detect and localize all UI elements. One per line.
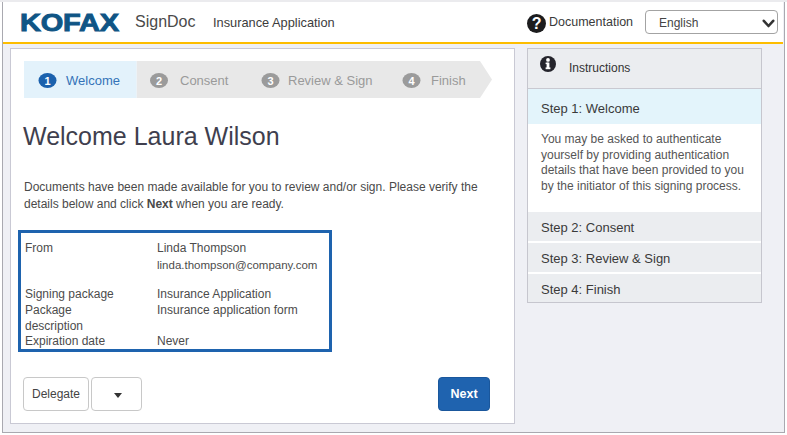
svg-text:Review & Sign: Review & Sign <box>288 73 373 88</box>
svg-text:Welcome: Welcome <box>66 73 120 88</box>
svg-text:?: ? <box>532 15 542 32</box>
svg-text:1: 1 <box>44 75 50 87</box>
svg-text:3: 3 <box>267 75 273 87</box>
svg-text:2: 2 <box>156 75 162 87</box>
svg-text:Consent: Consent <box>180 73 229 88</box>
svg-text:Finish: Finish <box>431 73 466 88</box>
svg-text:4: 4 <box>408 75 415 87</box>
